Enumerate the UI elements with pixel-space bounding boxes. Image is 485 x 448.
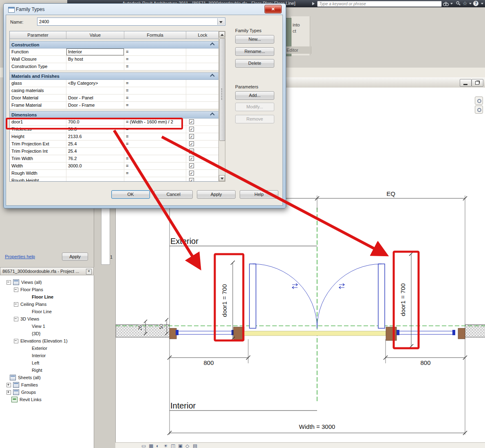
tree-item-exterior[interactable]: Exterior [32,345,47,352]
load-into-project-button-line2[interactable]: ct [293,29,296,33]
steering-wheel-button[interactable] [475,97,483,105]
type-name-select[interactable]: 2400 [37,18,225,26]
subscription-key-icon[interactable] [456,1,461,7]
temporary-hide-icon[interactable]: ▤ [193,443,197,448]
crop-view-icon[interactable]: ▣ [178,443,183,448]
parameter-row[interactable]: Trim Projection Ext25.4=✓ [10,141,219,148]
splitter-grip[interactable] [221,88,224,100]
cancel-button[interactable]: Cancel [154,190,193,199]
expand-expander-icon[interactable] [7,390,11,395]
cell-value[interactable]: 3000.0 [66,163,124,169]
cell-formula[interactable]: = [124,80,186,87]
tree-item-3d-views[interactable]: 3D Views [14,315,39,323]
cell-formula[interactable]: = [124,126,186,133]
cell-value[interactable]: Door - Frame [66,102,124,109]
chevron-down-icon[interactable] [217,18,225,25]
binoculars-search-icon[interactable] [443,1,449,7]
cell-formula[interactable]: = [124,56,186,63]
lock-checkbox[interactable]: ✓ [189,163,194,168]
cell-formula[interactable]: = [124,141,186,147]
delete-type-button[interactable]: Delete [235,59,274,68]
collapse-chevron-icon[interactable] [210,74,214,78]
parameter-row[interactable]: Trim Projection Int25.4=✓ [10,148,219,155]
ok-button[interactable]: OK [111,190,150,199]
eq-dimension-label[interactable]: EQ [386,190,395,197]
scale-icon[interactable]: ▭ [141,443,146,448]
scroll-up-button[interactable] [219,31,225,37]
chevron-down-icon[interactable] [469,3,472,4]
collapse-chevron-icon[interactable] [210,42,214,47]
collapse-expander-icon[interactable] [14,317,18,321]
favorites-star-icon[interactable]: ☆ [463,0,467,7]
tree-item-view-1[interactable]: View 1 [32,323,45,330]
tree-item-floor-line-2[interactable]: Floor Line [32,308,52,315]
parameter-row[interactable]: Rough Height✓ [10,177,219,182]
tree-item-interior[interactable]: Interior [32,352,46,359]
sun-path-icon[interactable]: ☀ [163,443,168,448]
cell-value[interactable]: Interior [66,48,124,55]
cell-value[interactable]: 50.8 [66,126,124,133]
scroll-down-button[interactable] [219,175,225,181]
door-flip-arrows-icon[interactable] [292,283,344,289]
cell-value[interactable]: 700.0 [66,119,124,125]
tree-item-revit-links[interactable]: Revit Links [11,396,42,403]
modify-parameter-button[interactable]: Modify... [235,103,274,111]
search-input[interactable] [317,1,442,7]
cell-formula[interactable]: = [124,48,186,55]
lock-checkbox[interactable]: ✓ [189,119,194,124]
group-header-dimensions[interactable]: Dimensions [10,111,219,119]
remove-parameter-button[interactable]: Remove [235,115,274,123]
cell-formula[interactable]: = [124,94,186,101]
column-header-value[interactable]: Value [66,31,124,39]
cell-formula[interactable]: = [124,148,186,155]
properties-apply-button[interactable]: Apply [62,253,88,261]
cell-formula[interactable]: = [124,102,186,109]
dimension-26-label[interactable]: 26 [137,325,143,331]
cell-formula[interactable]: = [124,155,186,162]
width-dimension-lines[interactable] [168,431,467,435]
tree-item-ceiling-plans[interactable]: Ceiling Plans [14,301,46,308]
cell-formula[interactable]: = [124,163,186,169]
parameter-row[interactable]: Width3000.0=✓ [10,163,219,170]
cell-value[interactable]: <By Category> [66,80,124,87]
help-button[interactable]: Help [240,190,278,199]
group-header-construction[interactable]: Construction [10,41,219,48]
rename-type-button[interactable]: Rename... [235,47,274,56]
lock-checkbox[interactable]: ✓ [189,149,194,154]
cell-formula[interactable]: = (Width - 1600 mm) / 2 [124,119,186,125]
cell-formula[interactable]: = [124,87,186,94]
cell-value[interactable]: Door - Panel [66,94,124,101]
help-icon[interactable]: ? [473,1,478,6]
properties-palette-scrollbar[interactable] [101,207,110,265]
infocenter-collapse-icon[interactable] [312,2,315,5]
close-dialog-button[interactable]: ✕ [265,5,282,13]
wall-right[interactable] [465,325,485,337]
tree-item-groups[interactable]: Groups [7,389,36,396]
tree-item-3d[interactable]: {3D} [32,330,40,337]
tree-item-right[interactable]: Right [32,367,42,374]
tree-item-families[interactable]: Families [7,381,38,389]
lock-checkbox[interactable]: ✓ [189,178,194,182]
collapse-chevron-icon[interactable] [210,112,214,117]
collapse-expander-icon[interactable] [14,288,18,292]
expand-expander-icon[interactable] [7,383,11,387]
cell-value[interactable]: By host [66,56,124,63]
tree-item-left[interactable]: Left [32,359,39,367]
lock-checkbox[interactable]: ✓ [189,156,194,161]
group-header-materials[interactable]: Materials and Finishes [10,72,219,80]
lock-checkbox[interactable]: ✓ [189,141,194,146]
minimize-window-button[interactable] [460,79,472,87]
crop-region-icon[interactable]: ◇ [185,443,189,448]
parameter-row[interactable]: Thickness50.8=✓ [10,126,219,133]
width-dimension-label[interactable]: Width = 3000 [299,423,335,430]
interior-label[interactable]: Interior [170,401,196,410]
parameter-row[interactable]: Height2133.6=✓ [10,133,219,141]
cell-formula[interactable] [124,177,186,182]
cell-value[interactable]: 76.2 [66,155,124,162]
detail-level-icon[interactable]: ▦ [149,443,153,448]
apply-button[interactable]: Apply [197,190,236,199]
cell-value[interactable] [66,63,124,70]
project-browser-header[interactable]: 86571_3000doordouble.rfa - Project ... ✕ [0,267,94,275]
column-header-parameter[interactable]: Parameter [10,31,66,39]
cell-formula[interactable]: = [124,170,186,177]
